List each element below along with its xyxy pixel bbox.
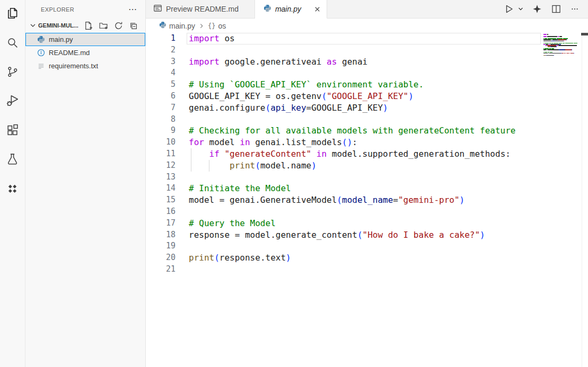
close-icon[interactable] — [312, 4, 322, 14]
code-line-4[interactable]: 4 — [146, 67, 588, 79]
token-pln — [311, 149, 317, 159]
line-number: 11 — [146, 148, 175, 160]
token-kw: in — [317, 149, 327, 159]
activity-extensions-extensions-icon[interactable] — [4, 121, 22, 139]
line-number: 6 — [146, 91, 175, 102]
code-line-3[interactable]: 3import google.generativeai as genai — [146, 56, 588, 68]
collapse-all-icon[interactable] — [129, 21, 138, 30]
token-pln: model = genai.GenerativeModel — [189, 195, 337, 205]
token-br: ) — [460, 195, 465, 205]
code-line-6[interactable]: 6GOOGLE_API_KEY = os.getenv("GOOGLE_API_… — [146, 91, 588, 102]
token-com: # Initiate the Model — [189, 183, 291, 193]
breadcrumb-file[interactable]: main.py — [159, 21, 195, 30]
token-pln: model.supported_generation_methods: — [327, 149, 511, 159]
token-pln: google.generativeai — [220, 57, 327, 67]
code-line-12[interactable]: 12 print(model.name) — [146, 160, 588, 172]
activity-search-search-icon[interactable] — [4, 33, 22, 51]
activity-source-control-source-control-icon[interactable] — [4, 62, 22, 80]
more-actions-icon[interactable] — [569, 3, 581, 15]
line-number: 16 — [146, 206, 175, 218]
code-line-10[interactable]: 10for model in genai.list_models(): — [146, 137, 588, 148]
token-kw: in — [240, 137, 250, 147]
token-com: # Checking for all available models with… — [189, 126, 516, 136]
minimap[interactable] — [543, 34, 581, 57]
token-pln: model.name — [260, 160, 311, 171]
explorer-header: EXPLORER ⋯ — [25, 0, 145, 19]
code-line-20[interactable]: 20print(response.text) — [146, 252, 588, 264]
folder-section-header[interactable]: GEMINI-MUL... — [25, 19, 145, 32]
editor-group: Preview README.md main.py — [146, 0, 588, 367]
refresh-icon[interactable] — [114, 21, 123, 30]
line-number: 15 — [146, 194, 175, 206]
indent-guide — [191, 148, 191, 160]
activity-gemini-gemini-icon[interactable] — [4, 179, 22, 197]
token-br: ) — [480, 230, 485, 240]
sparkle-icon[interactable] — [531, 3, 543, 15]
token-pln: response = model.generate_content — [189, 230, 357, 240]
code-line-2[interactable]: 2 — [146, 44, 588, 56]
file-row-main.py[interactable]: main.py — [25, 33, 145, 46]
token-kw: for — [189, 137, 204, 147]
code-line-15[interactable]: 15model = genai.GenerativeModel(model_na… — [146, 194, 588, 206]
explorer-title: EXPLORER — [41, 6, 126, 13]
line-number: 20 — [146, 252, 175, 264]
overview-ruler[interactable] — [582, 33, 588, 367]
activity-explorer-files-icon[interactable] — [4, 4, 22, 22]
token-br: ( — [214, 253, 220, 263]
tab-label: Preview README.md — [166, 5, 239, 13]
code-line-5[interactable]: 5# Using `GOOGLE_API_KEY` environment va… — [146, 79, 588, 91]
token-kw: if — [209, 149, 220, 159]
code-editor[interactable]: 1import os23import google.generativeai a… — [146, 33, 588, 367]
line-number: 4 — [146, 67, 175, 79]
token-pln: GOOGLE_API_KEY = os.getenv — [189, 91, 321, 101]
overview-cursor-mark — [581, 33, 588, 35]
split-editor-icon[interactable] — [550, 3, 563, 15]
token-pln: = — [393, 195, 398, 205]
python-icon — [37, 35, 45, 43]
line-number: 3 — [146, 56, 175, 68]
file-row-requirements.txt[interactable]: requirements.txt — [25, 59, 145, 73]
tab-main-py[interactable]: main.py — [255, 0, 327, 19]
run-dropdown-chevron-icon[interactable] — [516, 4, 525, 14]
token-br: ( — [357, 230, 363, 240]
code-line-13[interactable]: 13 — [146, 172, 588, 183]
file-list: main.pyREADME.mdrequirements.txt — [25, 33, 145, 73]
line-number: 2 — [146, 44, 175, 56]
token-br: ) — [286, 253, 291, 263]
run-icon[interactable] — [502, 2, 516, 16]
tab-preview-readme[interactable]: Preview README.md — [146, 0, 255, 18]
explorer-toolbar — [84, 21, 142, 30]
code-line-14[interactable]: 14# Initiate the Model — [146, 183, 588, 194]
token-pln: os — [220, 33, 235, 43]
breadcrumb-symbol[interactable]: {} os — [208, 22, 226, 30]
code-line-19[interactable]: 19 — [146, 240, 588, 252]
token-com: # Query the Model — [189, 218, 276, 228]
token-pln: : — [352, 137, 357, 147]
token-br: ( — [337, 195, 342, 205]
file-label: main.py — [49, 35, 73, 43]
activity-bar — [0, 0, 25, 367]
code-line-16[interactable]: 16 — [146, 206, 588, 218]
token-prm: model_name — [342, 195, 393, 205]
list-icon — [37, 62, 45, 70]
more-actions-icon[interactable]: ⋯ — [126, 6, 139, 13]
code-line-9[interactable]: 9# Checking for all available models wit… — [146, 125, 588, 137]
breadcrumb-file-label: main.py — [169, 22, 195, 30]
token-pln: genai.list_models — [250, 137, 342, 147]
new-folder-icon[interactable] — [99, 21, 108, 30]
code-line-7[interactable]: 7genai.configure(api_key=GOOGLE_API_KEY) — [146, 102, 588, 114]
namespace-icon: {} — [208, 22, 215, 30]
token-com: # Using `GOOGLE_API_KEY` environment var… — [189, 79, 424, 89]
code-line-8[interactable]: 8 — [146, 114, 588, 126]
token-str: "GOOGLE_API_KEY" — [327, 91, 408, 101]
code-line-1[interactable]: 1import os — [146, 33, 588, 44]
code-line-18[interactable]: 18response = model.generate_content("How… — [146, 229, 588, 241]
activity-testing-beaker-icon[interactable] — [4, 150, 22, 168]
line-number: 7 — [146, 102, 175, 114]
new-file-icon[interactable] — [84, 21, 93, 30]
activity-run-and-debug-debug-icon[interactable] — [4, 92, 22, 110]
code-line-17[interactable]: 17# Query the Model — [146, 218, 588, 229]
file-row-README.md[interactable]: README.md — [25, 46, 145, 59]
code-line-11[interactable]: 11 if "generateContent" in model.support… — [146, 148, 588, 160]
code-line-21[interactable]: 21 — [146, 264, 588, 275]
